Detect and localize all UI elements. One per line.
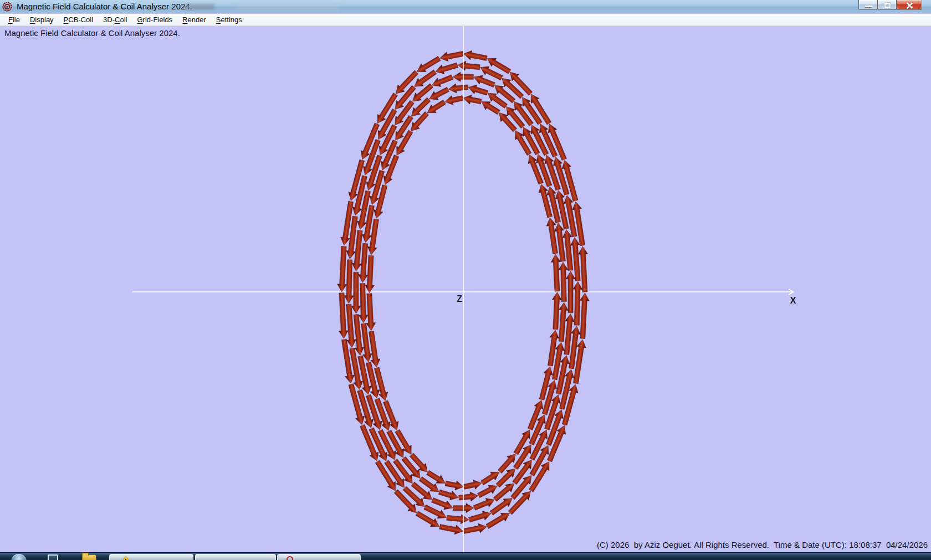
taskbar-button-plain[interactable] — [195, 554, 276, 560]
menu-item-grid-fields[interactable]: Grid-Fields — [132, 14, 177, 25]
show-desktop-icon[interactable] — [48, 554, 58, 560]
titlebar: Magnetic Field Calculator & Coil Analyse… — [0, 0, 931, 13]
menu-bar: FileDisplayPCB-Coil3D-CoilGrid-FieldsRen… — [0, 14, 931, 26]
taskbar — [0, 552, 931, 560]
red-coil-circle-icon — [287, 556, 293, 560]
taskbar-button-coil-app[interactable] — [277, 554, 361, 560]
folder-icon[interactable] — [82, 554, 96, 560]
start-button[interactable] — [11, 554, 27, 560]
axis-label-z: Z — [452, 294, 462, 304]
copyright-text: (C) 2026 by Aziz Oeguet. All Rights Rese… — [597, 540, 928, 549]
taskbar-button-warning[interactable] — [109, 554, 193, 560]
minimize-button[interactable] — [858, 0, 878, 10]
menu-item-file[interactable]: File — [3, 14, 25, 25]
menu-item-render[interactable]: Render — [177, 14, 211, 25]
menu-item-display[interactable]: Display — [25, 14, 59, 25]
ghost-smudge — [235, 5, 340, 10]
coil-rings-icon — [2, 2, 12, 12]
warning-triangle-icon — [122, 556, 130, 560]
maximize-icon — [884, 3, 891, 8]
minimize-icon — [865, 6, 872, 7]
menu-item-3d-coil[interactable]: 3D-Coil — [98, 14, 132, 25]
close-button[interactable] — [896, 0, 922, 10]
close-icon — [906, 2, 913, 9]
axis-label-x: X — [788, 296, 798, 306]
menu-item-settings[interactable]: Settings — [211, 14, 247, 25]
window-controls — [859, 0, 922, 10]
app-window: Magnetic Field Calculator & Coil Analyse… — [0, 0, 931, 560]
ghost-smudge — [185, 4, 214, 10]
render-canvas[interactable]: Magnetic Field Calculator & Coil Analyse… — [0, 26, 931, 552]
window-title: Magnetic Field Calculator & Coil Analyse… — [17, 0, 192, 13]
coil-scene — [0, 26, 931, 552]
menu-item-pcb-coil[interactable]: PCB-Coil — [59, 14, 98, 25]
maximize-button[interactable] — [877, 0, 897, 10]
